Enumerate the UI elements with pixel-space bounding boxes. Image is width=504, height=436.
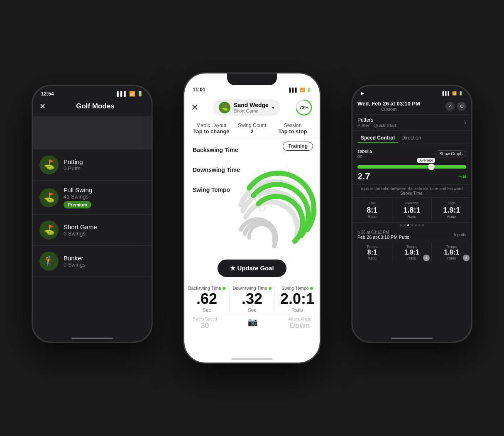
dot-5	[415, 224, 417, 226]
tab-direction[interactable]: Direction	[398, 133, 424, 143]
section-name: sabella	[357, 149, 372, 154]
putting-info: Putting 0 Putts	[64, 158, 83, 171]
stat-low: Low 8:1 Ratio	[352, 198, 392, 222]
center-screen: 11:01 ▌▌▌ 📶 🔋 ✕ ⛳ Sand Wedge Short Game	[184, 73, 320, 363]
chevron-down-icon: ▾	[272, 105, 274, 110]
putting-icon: ⛳	[39, 155, 59, 174]
left-time: 12:54	[41, 91, 54, 97]
progress-pct: 73%	[299, 105, 308, 110]
left-home-indicator	[71, 338, 113, 339]
left-screen: 12:54 ▌▌▌ 📶 🔋 ✕ Golf Modes ⛳ Putting 0	[33, 86, 152, 342]
tempo-big-value: 2.7	[357, 171, 370, 182]
tempo-value-row: 2.7 Edit	[357, 171, 466, 182]
left-phone: 12:54 ▌▌▌ 📶 🔋 ✕ Golf Modes ⛳ Putting 0	[32, 85, 152, 343]
golf-modes-title: Golf Modes	[46, 102, 145, 110]
stats-row: Low 8:1 Ratio Average 1.8:1 Ratio High 1…	[352, 198, 471, 223]
right-home-indicator	[391, 338, 433, 339]
dot-4	[411, 224, 413, 226]
club-text: Sand Wedge Short Game	[234, 102, 269, 113]
check-icon[interactable]: ✓	[445, 102, 455, 111]
club-icon: ⛳	[219, 102, 230, 113]
mode-bunker[interactable]: 🏌️ Bunker 0 Swings	[33, 246, 152, 277]
small-stat-1: Tempo 8:1 Ratio	[352, 242, 392, 263]
small-stat-2: Tempo 1.9:1 Ratio 4	[392, 242, 432, 263]
metric-downswing: Downswing Time .32 Sec	[229, 286, 275, 313]
tempo-dot	[310, 287, 313, 290]
dot-3	[407, 224, 409, 226]
tab-speed-control[interactable]: Speed Control	[357, 133, 398, 143]
camera-item[interactable]: 📷	[247, 317, 258, 330]
center-time: 11:01	[193, 87, 206, 93]
center-notch	[227, 73, 277, 85]
pagination-dots	[352, 223, 471, 228]
nav-icon[interactable]: ⊕	[457, 102, 466, 111]
right-section: sabella oo Show Graph Average	[352, 146, 471, 185]
gauge-area: Training Backswing Time Downswing Time S…	[184, 138, 320, 255]
slider-thumb[interactable]	[428, 164, 435, 170]
center-header: ✕ ⛳ Sand Wedge Short Game ▾ 73%	[184, 94, 320, 119]
left-status-icons: ▌▌▌ 📶 🔋	[117, 91, 143, 97]
show-graph-button[interactable]: Show Graph	[435, 150, 466, 157]
section-sub: oo	[357, 154, 372, 159]
dot-7	[422, 224, 424, 226]
session-item[interactable]: Session Tap to stop	[272, 122, 313, 135]
putter-row[interactable]: Putters Putter - Quick Start ›	[352, 115, 471, 131]
metric-tempo: Swing Tempo 2.0:1 Ratio	[275, 286, 320, 313]
fullswing-info: Full Swing 41 Swings Premium	[64, 186, 92, 208]
metric-backswing: Backswing Time .62 Sec	[184, 286, 229, 313]
tempo-description: mpo is the ratio between Backstroke Time…	[352, 185, 471, 198]
left-header: ✕ Golf Modes	[33, 98, 152, 116]
backswing-dot	[223, 287, 225, 290]
right-status-icons: ▌▌▌ 📶 🔋	[443, 91, 463, 96]
dot-2	[404, 224, 406, 226]
swing-count-item: Swing Count 2	[232, 122, 272, 135]
dot-1	[400, 224, 402, 226]
attack-angle-item: Attack Angle Down	[288, 317, 311, 330]
update-goal-row: ★ Update Goal	[184, 256, 320, 280]
small-stat-3: Tempo 1.8:1 Ratio 3	[432, 242, 471, 263]
edit-link[interactable]: Edit	[458, 174, 466, 179]
right-time: ▶	[361, 91, 364, 96]
small-stats-row: Tempo 8:1 Ratio Tempo 1.9:1 Ratio 4 Temp…	[352, 242, 471, 263]
gauge-svg	[228, 142, 320, 250]
update-goal-button[interactable]: ★ Update Goal	[218, 260, 286, 277]
club-selector[interactable]: ⛳ Sand Wedge Short Game ▾	[213, 99, 280, 116]
badge-3: 3	[463, 255, 470, 261]
tabs-row: Speed Control Direction	[352, 131, 471, 146]
progress-circle: 73%	[295, 98, 313, 117]
center-status-icons: ▌▌▌ 📶 🔋	[289, 88, 311, 92]
metrics-bottom: Backswing Time .62 Sec Downswing Time .3…	[184, 282, 320, 315]
shortgame-info: Short Game 0 Swings	[64, 223, 97, 237]
center-home-indicator	[231, 358, 273, 360]
center-close-button[interactable]: ✕	[191, 102, 198, 113]
training-badge: Training	[283, 142, 313, 151]
metric-layout-item[interactable]: Metric Layout Tap to change	[191, 122, 232, 135]
putter-chevron-icon: ›	[464, 119, 466, 126]
mode-shortgame[interactable]: ⛳ Short Game 0 Swings	[33, 215, 152, 246]
right-header: Wed, Feb 26 at 03:10 PM Custom ✓ ⊕	[352, 97, 471, 115]
camera-icon[interactable]: 📷	[247, 317, 258, 326]
putter-info: Putters Putter - Quick Start	[357, 117, 396, 128]
tap-stop-button[interactable]: Tap to stop	[278, 128, 307, 135]
dot-6	[418, 224, 421, 226]
swing-speed-item: Swing Speed 30	[193, 317, 217, 330]
session-history-item[interactable]: b 26 at 03:12 PM Feb 26 at 03:10 PM Putt…	[352, 228, 471, 242]
fullswing-icon: ⛳	[39, 188, 59, 207]
left-close-button[interactable]: ✕	[39, 102, 46, 111]
svg-point-4	[259, 205, 265, 211]
stat-high: High 1.9:1 Ratio	[432, 198, 471, 222]
average-tooltip: Average	[417, 158, 435, 163]
bottom-icons-bar: Swing Speed 30 📷 Attack Angle Down	[184, 315, 320, 332]
right-screen: ▶ ▌▌▌ 📶 🔋 Wed, Feb 26 at 03:10 PM Custom…	[352, 86, 471, 342]
slider-container[interactable]: Average	[357, 165, 466, 169]
mode-putting[interactable]: ⛳ Putting 0 Putts	[33, 149, 152, 181]
stat-average: Average 1.8:1 Ratio	[392, 198, 432, 222]
downswing-dot	[269, 287, 272, 290]
right-phone: ▶ ▌▌▌ 📶 🔋 Wed, Feb 26 at 03:10 PM Custom…	[352, 85, 472, 343]
right-notch	[393, 86, 431, 95]
slider-track	[357, 165, 466, 169]
mode-fullswing[interactable]: ⛳ Full Swing 41 Swings Premium	[33, 181, 152, 215]
premium-badge: Premium	[64, 201, 91, 208]
left-notch	[73, 86, 111, 95]
center-phone: 11:01 ▌▌▌ 📶 🔋 ✕ ⛳ Sand Wedge Short Game	[183, 73, 321, 363]
